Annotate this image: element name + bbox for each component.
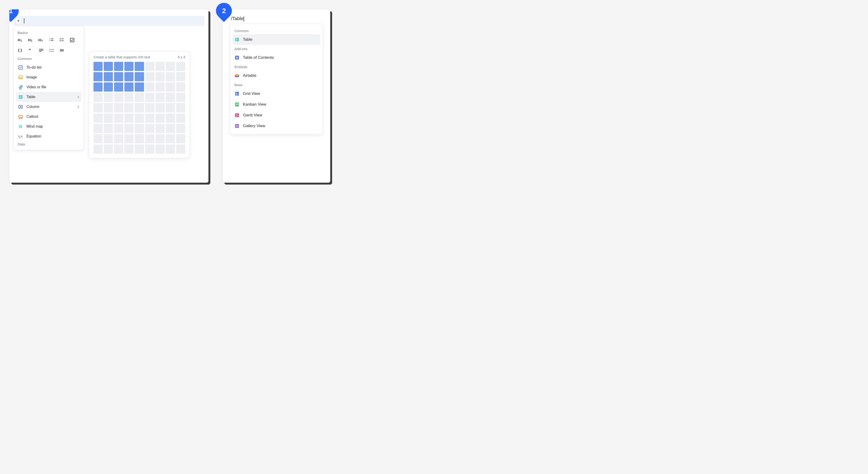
size-cell[interactable] [166,103,175,112]
ordered-list-icon[interactable]: 12 [48,36,55,43]
size-cell[interactable] [135,83,144,92]
size-cell[interactable] [176,93,185,102]
menu-item-mind-map[interactable]: Mind map [16,122,81,131]
menu-item-airtable[interactable]: Airtable [232,70,320,81]
size-cell[interactable] [114,114,123,123]
size-cell[interactable] [135,114,144,123]
size-cell[interactable] [156,134,165,143]
menu-item-grid-view[interactable]: Grid View [232,88,320,99]
size-cell[interactable] [166,114,175,123]
size-cell[interactable] [93,62,102,71]
size-cell[interactable] [135,103,144,112]
size-cell[interactable] [114,124,123,133]
size-cell[interactable] [176,114,185,123]
size-cell[interactable] [93,103,102,112]
size-cell[interactable] [176,134,185,143]
size-cell[interactable] [145,83,154,92]
size-cell[interactable] [166,62,175,71]
size-cell[interactable] [104,62,113,71]
add-block-button[interactable] [16,18,22,24]
menu-item-table[interactable]: Table [16,92,81,102]
size-cell[interactable] [114,103,123,112]
menu-item-callout[interactable]: Callout [16,112,81,122]
size-cell[interactable] [166,72,175,81]
quote-icon[interactable]: “ [27,47,34,54]
size-cell[interactable] [145,62,154,71]
size-cell[interactable] [104,134,113,143]
size-cell[interactable] [124,114,133,123]
divider-icon[interactable] [38,47,45,54]
size-cell[interactable] [114,134,123,143]
size-cell[interactable] [114,62,123,71]
size-picker-grid[interactable] [93,62,185,154]
new-block-input-row[interactable] [13,16,204,26]
menu-item-gantt-view[interactable]: Gantt View [232,110,320,121]
size-cell[interactable] [166,124,175,133]
size-cell[interactable] [145,145,154,154]
size-cell[interactable] [156,72,165,81]
size-cell[interactable] [93,134,102,143]
h3-icon[interactable]: H3 [38,36,45,43]
size-cell[interactable] [135,145,144,154]
size-cell[interactable] [156,62,165,71]
size-cell[interactable] [145,114,154,123]
size-cell[interactable] [166,145,175,154]
checkbox-icon[interactable] [69,36,76,43]
size-cell[interactable] [176,124,185,133]
size-cell[interactable] [93,124,102,133]
size-cell[interactable] [156,83,165,92]
size-cell[interactable] [114,72,123,81]
menu-item-gallery-view[interactable]: Gallery View [232,121,320,131]
size-cell[interactable] [124,72,133,81]
menu-item-video-or-file[interactable]: Video or file [16,82,81,92]
size-cell[interactable] [135,72,144,81]
size-cell[interactable] [104,124,113,133]
menu-item-equation[interactable]: TEXEquation [16,131,81,141]
size-cell[interactable] [176,83,185,92]
size-cell[interactable] [104,72,113,81]
size-cell[interactable] [156,93,165,102]
size-cell[interactable] [135,93,144,102]
menu-item-table-of-contents[interactable]: Table of Contents [232,52,320,63]
size-cell[interactable] [166,134,175,143]
link-icon[interactable] [58,47,65,54]
size-cell[interactable] [104,83,113,92]
code-block-icon[interactable]: { } [17,47,24,54]
size-cell[interactable] [135,62,144,71]
size-cell[interactable] [166,93,175,102]
size-cell[interactable] [156,145,165,154]
h2-icon[interactable]: H2 [27,36,34,43]
size-cell[interactable] [176,103,185,112]
size-cell[interactable] [124,62,133,71]
size-cell[interactable] [114,83,123,92]
size-cell[interactable] [114,145,123,154]
size-cell[interactable] [145,72,154,81]
menu-item-image[interactable]: Image [16,72,81,82]
size-cell[interactable] [93,145,102,154]
size-cell[interactable] [145,134,154,143]
menu-item-kanban-view[interactable]: Kanban View [232,99,320,110]
size-cell[interactable] [145,124,154,133]
size-cell[interactable] [124,93,133,102]
hr-icon[interactable] [48,47,55,54]
slash-command-input[interactable]: /Table [230,16,323,24]
size-cell[interactable] [156,103,165,112]
size-cell[interactable] [124,83,133,92]
size-cell[interactable] [93,72,102,81]
h1-icon[interactable]: H1 [17,36,24,43]
size-cell[interactable] [124,145,133,154]
size-cell[interactable] [156,124,165,133]
size-cell[interactable] [166,83,175,92]
size-cell[interactable] [114,93,123,102]
size-cell[interactable] [156,114,165,123]
bullet-list-icon[interactable] [58,36,65,43]
size-cell[interactable] [135,134,144,143]
size-cell[interactable] [124,134,133,143]
size-cell[interactable] [104,114,113,123]
size-cell[interactable] [104,93,113,102]
size-cell[interactable] [124,103,133,112]
size-cell[interactable] [145,93,154,102]
size-cell[interactable] [93,114,102,123]
menu-item-column[interactable]: Column [16,102,81,112]
size-cell[interactable] [93,93,102,102]
